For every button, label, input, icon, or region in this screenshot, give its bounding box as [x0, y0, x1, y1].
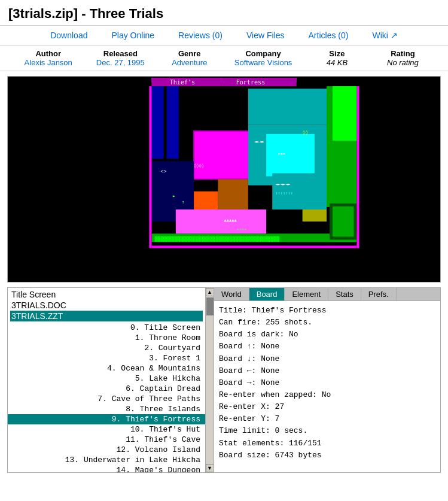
svg-rect-27: [218, 180, 248, 209]
released-col: Released Dec. 27, 1995: [84, 48, 157, 68]
company-label: Company: [245, 49, 281, 58]
author-value[interactable]: Alexis Janson: [25, 58, 72, 67]
board-item-5[interactable]: 5. Lake Hikcha: [8, 374, 205, 384]
board-item-11[interactable]: 11. Thief's Cave: [8, 435, 205, 445]
tab-prefs[interactable]: Prefs.: [361, 288, 397, 300]
genre-value[interactable]: Adventure: [172, 58, 207, 67]
file-item-title-screen[interactable]: Title Screen: [10, 289, 203, 300]
svg-rect-7: [151, 86, 163, 159]
author-label: Author: [35, 49, 61, 58]
svg-rect-34: [333, 207, 353, 236]
company-value[interactable]: Software Visions: [234, 58, 292, 67]
info-panel: World Board Element Stats Prefs. Title: …: [214, 288, 440, 472]
zzt-screenshot: Thief's Fortress <> ◊◊◊◊ ◄►◄► ►►► ◊◊: [8, 77, 440, 282]
svg-text:▓▓▓▓▓▓▓▓▓▓▓▓▓▓▓▓▓▓▓▓▓▓▓▓▓▓▓▓▓▓: ▓▓▓▓▓▓▓▓▓▓▓▓▓▓▓▓▓▓▓▓▓▓▓▓▓▓▓▓▓▓▓▓▓▓▓▓▓▓▓▓…: [154, 236, 279, 242]
info-line: Board ←: None: [219, 365, 435, 377]
tab-stats[interactable]: Stats: [328, 288, 361, 300]
board-item-12[interactable]: 12. Volcano Island: [8, 445, 205, 455]
board-item-4[interactable]: 4. Ocean & Mountains: [8, 363, 205, 374]
svg-text:►►►: ►►►: [278, 151, 286, 156]
size-col: Size 44 KB: [304, 48, 370, 68]
svg-rect-15: [266, 134, 315, 177]
genre-col: Genre Adventure: [157, 48, 223, 68]
board-item-6[interactable]: 6. Captain Dread: [8, 384, 205, 394]
info-line: Re-enter Y: 7: [219, 413, 435, 425]
svg-text:↑↑↑↑↑↑↑: ↑↑↑↑↑↑↑: [275, 190, 293, 196]
board-item-10[interactable]: 10. Thief's Hut: [8, 424, 205, 435]
reviews-link[interactable]: Reviews (0): [178, 31, 223, 40]
board-item-0[interactable]: 0. Title Screen: [8, 323, 205, 333]
info-tabs: World Board Element Stats Prefs.: [214, 288, 440, 301]
board-item-3[interactable]: 3. Forest 1: [8, 353, 205, 363]
file-panel-wrapper: Title Screen 3TRIALS.DOC 3TRIALS.ZZT 0. …: [8, 288, 214, 472]
svg-text:◊◊◊◊: ◊◊◊◊: [194, 163, 204, 168]
released-value: Dec. 27, 1995: [96, 58, 145, 67]
page-title: [3trials.zip] - Three Trials: [0, 0, 448, 26]
file-list-header: Title Screen 3TRIALS.DOC 3TRIALS.ZZT: [8, 288, 205, 323]
rating-label: Rating: [391, 49, 415, 58]
file-content: Title Screen 3TRIALS.DOC 3TRIALS.ZZT 0. …: [8, 288, 205, 472]
svg-rect-39: [151, 245, 356, 248]
svg-text:◄►◄►◄►: ◄►◄►◄►: [275, 181, 291, 187]
info-line: Time limit: 0 secs.: [219, 425, 435, 437]
svg-text:◊◊: ◊◊: [303, 130, 309, 135]
nav-bar: Download Play Online Reviews (0) View Fi…: [0, 26, 448, 45]
info-line: Can fire: 255 shots.: [219, 317, 435, 329]
rating-value: No rating: [387, 58, 419, 67]
bottom-section: Title Screen 3TRIALS.DOC 3TRIALS.ZZT 0. …: [7, 287, 441, 473]
meta-bar: Author Alexis Janson Released Dec. 27, 1…: [0, 45, 448, 71]
svg-rect-40: [149, 86, 151, 248]
file-item-doc[interactable]: 3TRIALS.DOC: [10, 300, 203, 311]
info-content: Title: Thief's FortressCan fire: 255 sho…: [214, 301, 440, 472]
info-line: Title: Thief's Fortress: [219, 305, 435, 317]
info-line: Re-enter X: 27: [219, 401, 435, 413]
play-online-link[interactable]: Play Online: [111, 31, 154, 40]
board-item-14[interactable]: 14. Mage's Dungeon: [8, 465, 205, 472]
screenshot-area: Thief's Fortress <> ◊◊◊◊ ◄►◄► ►►► ◊◊: [7, 76, 441, 283]
svg-text:◄►◄►: ◄►◄►: [254, 139, 265, 144]
svg-text:Fortress: Fortress: [236, 79, 266, 86]
info-line: Re-enter when zapped: No: [219, 389, 435, 401]
scroll-thumb[interactable]: [206, 297, 214, 315]
svg-text:<>: <>: [161, 169, 167, 174]
info-line: Board ↑: None: [219, 341, 435, 353]
tab-element[interactable]: Element: [285, 288, 328, 300]
tab-world[interactable]: World: [214, 288, 249, 300]
articles-link[interactable]: Articles (0): [309, 31, 349, 40]
svg-rect-11: [333, 86, 356, 141]
info-line: Board ↓: None: [219, 353, 435, 365]
info-line: Stat elements: 116/151: [219, 438, 435, 450]
author-col: Author Alexis Janson: [13, 48, 84, 68]
rating-col: Rating No rating: [370, 48, 435, 68]
svg-text:↑: ↑: [182, 199, 185, 205]
scroll-up-arrow[interactable]: ▲: [206, 288, 214, 296]
tab-board[interactable]: Board: [249, 288, 285, 300]
company-col: Company Software Visions: [223, 48, 304, 68]
size-value: 44 KB: [327, 58, 348, 67]
board-item-13[interactable]: 13. Underwater in Lake Hikcha: [8, 455, 205, 465]
board-item-7[interactable]: 7. Cave of Three Paths: [8, 394, 205, 404]
size-label: Size: [329, 49, 345, 58]
board-item-8[interactable]: 8. Three Islands: [8, 404, 205, 414]
download-link[interactable]: Download: [50, 31, 87, 40]
info-line: Board is dark: No: [219, 329, 435, 341]
file-item-zzt[interactable]: 3TRIALS.ZZT: [10, 311, 203, 321]
released-label: Released: [103, 49, 138, 58]
svg-text:◄◄◄◄: ◄◄◄◄: [236, 226, 247, 232]
svg-rect-29: [176, 209, 266, 233]
info-line: Board →: None: [219, 377, 435, 389]
svg-text:►: ►: [173, 193, 176, 199]
board-item-9[interactable]: 9. Thief's Fortress: [8, 414, 205, 424]
board-item-2[interactable]: 2. Courtyard: [8, 343, 205, 353]
file-panel-scrollbar[interactable]: ▲ ▼: [205, 288, 214, 472]
svg-text:▲▲▲▲▲: ▲▲▲▲▲: [224, 217, 237, 223]
board-item-1[interactable]: 1. Throne Room: [8, 333, 205, 343]
wiki-link[interactable]: Wiki ↗: [372, 31, 397, 40]
genre-label: Genre: [178, 49, 201, 58]
scroll-down-arrow[interactable]: ▼: [206, 464, 214, 472]
svg-text:Thief's: Thief's: [170, 79, 195, 86]
info-line: Board size: 6743 bytes: [219, 450, 435, 461]
board-list[interactable]: 0. Title Screen 1. Throne Room 2. Courty…: [8, 323, 205, 472]
svg-rect-41: [356, 86, 359, 248]
view-files-link[interactable]: View Files: [246, 31, 285, 40]
